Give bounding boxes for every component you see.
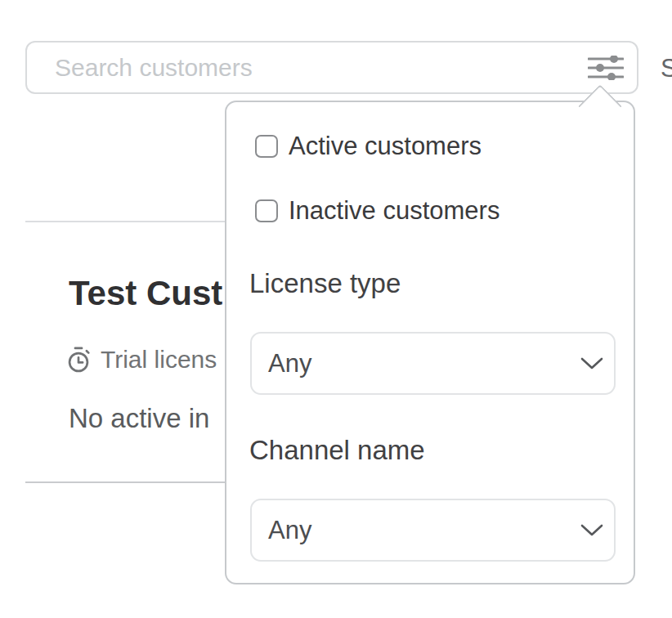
active-customers-checkbox-row[interactable]: Active customers — [255, 132, 482, 160]
sliders-icon — [588, 56, 624, 80]
inactive-customers-checkbox — [255, 199, 278, 222]
customer-status-text: No active in — [69, 400, 225, 437]
filter-popover: Active customers Inactive customers Lice… — [225, 101, 635, 584]
license-type-select-value: Any — [268, 349, 311, 378]
channel-name-select-value: Any — [268, 516, 311, 545]
timer-icon — [64, 345, 93, 374]
license-type-select[interactable]: Any — [250, 332, 616, 395]
license-type-label: License type — [249, 266, 401, 302]
customer-license-row: Trial licens — [64, 343, 225, 376]
channel-name-label: Channel name — [249, 432, 425, 468]
active-customers-label: Active customers — [289, 132, 482, 160]
customer-license-text: Trial licens — [101, 346, 217, 374]
chevron-down-icon — [580, 357, 603, 370]
active-customers-checkbox — [255, 135, 278, 158]
channel-name-select[interactable]: Any — [250, 499, 616, 562]
search-input[interactable] — [27, 43, 637, 92]
inactive-customers-label: Inactive customers — [289, 197, 500, 225]
filter-button[interactable] — [585, 50, 627, 86]
chevron-down-icon — [580, 524, 603, 537]
search-bar — [25, 41, 638, 94]
customer-name-heading: Test Cust — [69, 271, 225, 316]
clipped-right-label: S — [661, 54, 672, 83]
inactive-customers-checkbox-row[interactable]: Inactive customers — [255, 197, 500, 225]
